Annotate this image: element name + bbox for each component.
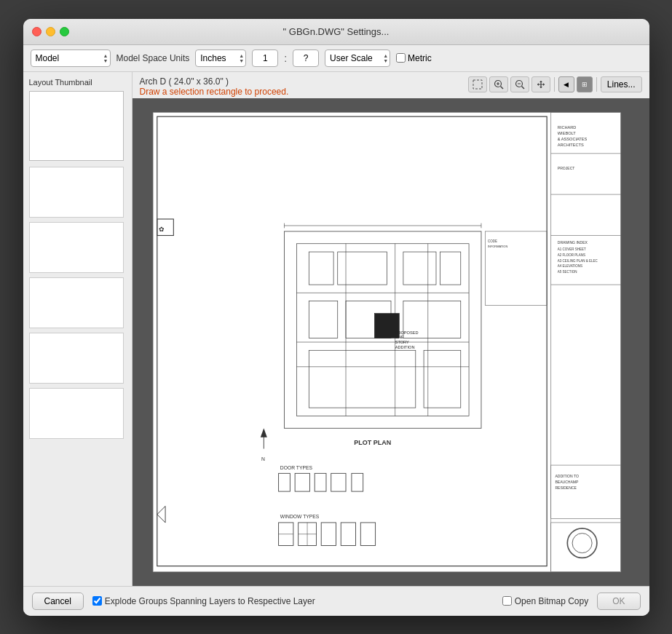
metric-checkbox-input[interactable]: [396, 53, 406, 63]
window-title: " GBGn.DWG" Settings...: [283, 26, 390, 37]
zoom-out-button[interactable]: [510, 76, 529, 92]
ok-button[interactable]: OK: [597, 593, 640, 610]
thumbnail-label: Layout Thumbnail: [26, 75, 129, 91]
scale-left-input[interactable]: 1: [252, 49, 278, 67]
layout-list-item-2[interactable]: [29, 222, 124, 273]
scale-separator: :: [284, 52, 287, 64]
explode-checkbox-label[interactable]: Explode Groups Spanning Layers to Respec…: [92, 596, 315, 606]
nav-icon-button[interactable]: ◀: [558, 76, 574, 92]
cancel-button[interactable]: Cancel: [32, 593, 84, 610]
svg-line-6: [521, 86, 524, 89]
svg-text:ONE: ONE: [395, 335, 403, 339]
left-panel: Layout Thumbnail: [23, 72, 133, 586]
svg-text:A5 SECTION: A5 SECTION: [557, 270, 577, 274]
footer-bar: Cancel Explode Groups Spanning Layers to…: [23, 586, 649, 616]
selection-tool-button[interactable]: [468, 76, 487, 92]
model-select[interactable]: Model: [31, 49, 111, 67]
svg-text:A3 CEILING PLAN & ELEC: A3 CEILING PLAN & ELEC: [557, 258, 598, 262]
svg-rect-49: [550, 522, 620, 571]
bitmap-checkbox[interactable]: [502, 596, 512, 606]
pan-icon: [536, 79, 546, 90]
svg-text:BEAUCHAMP: BEAUCHAMP: [555, 479, 579, 483]
toolbar-divider-2: [596, 77, 597, 92]
svg-text:RICHARD: RICHARD: [557, 124, 576, 129]
svg-text:PROPOSED: PROPOSED: [395, 330, 418, 334]
svg-text:WIEBOLT: WIEBOLT: [557, 130, 575, 135]
pan-button[interactable]: [531, 76, 550, 92]
minimize-button[interactable]: [46, 27, 55, 36]
svg-text:CODE: CODE: [487, 239, 497, 242]
svg-text:A1 COVER SHEET: A1 COVER SHEET: [557, 247, 585, 250]
svg-text:N: N: [261, 456, 264, 461]
svg-text:INFORMATION: INFORMATION: [487, 245, 507, 248]
scale-right-input[interactable]: ?: [293, 49, 319, 67]
drawing-header: Arch D ( 24.0" x 36.0" ) Draw a selectio…: [133, 72, 649, 98]
drawing-canvas[interactable]: RICHARD WIEBOLT & ASSOCIATES ARCHITECTS …: [133, 98, 649, 586]
layout-thumbnail: [29, 91, 124, 161]
svg-text:& ASSOCIATES: & ASSOCIATES: [557, 136, 587, 140]
svg-text:DRAWING INDEX: DRAWING INDEX: [557, 239, 588, 244]
units-select-wrapper: Inches ▲ ▼: [195, 49, 246, 67]
model-select-wrapper: Model ▲ ▼: [31, 49, 111, 67]
zoom-in-icon: [494, 79, 504, 90]
right-panel: Arch D ( 24.0" x 36.0" ) Draw a selectio…: [133, 72, 649, 586]
svg-text:ADDITION: ADDITION: [395, 345, 414, 349]
svg-text:DOOR TYPES: DOOR TYPES: [280, 464, 312, 469]
svg-text:✿: ✿: [159, 225, 165, 232]
main-toolbar: Model ▲ ▼ Model Space Units Inches ▲ ▼ 1…: [23, 45, 649, 72]
svg-text:ADDITION TO: ADDITION TO: [555, 473, 579, 478]
lines-button[interactable]: Lines...: [601, 76, 642, 92]
cad-svg: RICHARD WIEBOLT & ASSOCIATES ARCHITECTS …: [133, 98, 649, 586]
svg-line-2: [500, 86, 503, 89]
window-controls: [32, 27, 69, 36]
svg-text:PLOT PLAN: PLOT PLAN: [354, 438, 391, 445]
svg-text:A2 FLOOR PLANS: A2 FLOOR PLANS: [557, 253, 585, 256]
main-window: " GBGn.DWG" Settings... Model ▲ ▼ Model …: [23, 19, 649, 616]
svg-text:RESIDENCE: RESIDENCE: [555, 485, 577, 489]
zoom-out-icon: [515, 79, 525, 90]
bitmap-checkbox-label[interactable]: Open Bitmap Copy: [502, 596, 588, 606]
layout-preview-button[interactable]: ⊞: [577, 76, 593, 92]
close-button[interactable]: [32, 27, 41, 36]
drawing-instruction: Draw a selection rectangle to proceed.: [140, 87, 289, 97]
content-area: Layout Thumbnail Arch D ( 24.0" x 36.0" …: [23, 72, 649, 586]
svg-text:WINDOW TYPES: WINDOW TYPES: [280, 514, 319, 519]
svg-text:A4 ELEVATIONS: A4 ELEVATIONS: [557, 264, 582, 268]
toolbar-divider: [554, 77, 555, 92]
selection-icon: [473, 79, 483, 90]
units-label: Model Space Units: [116, 53, 190, 63]
metric-label-text: Metric: [408, 53, 432, 63]
layout-list-item-3[interactable]: [29, 277, 124, 328]
explode-label-text: Explode Groups Spanning Layers to Respec…: [105, 596, 315, 606]
user-scale-wrapper: User Scale ▲ ▼: [325, 49, 390, 67]
layout-list-item-4[interactable]: [29, 333, 124, 384]
layout-list-item-1[interactable]: [29, 167, 124, 218]
layout-list-item-5[interactable]: [29, 388, 124, 439]
units-select[interactable]: Inches: [195, 49, 246, 67]
svg-text:STORY: STORY: [395, 340, 408, 344]
maximize-button[interactable]: [60, 27, 69, 36]
metric-checkbox-label[interactable]: Metric: [396, 53, 432, 63]
svg-text:ARCHITECTS: ARCHITECTS: [557, 142, 583, 146]
svg-text:PROJECT: PROJECT: [557, 166, 574, 170]
drawing-size: Arch D ( 24.0" x 36.0" ): [140, 76, 289, 87]
explode-checkbox[interactable]: [92, 596, 102, 606]
title-bar: " GBGn.DWG" Settings...: [23, 19, 649, 45]
bitmap-label-text: Open Bitmap Copy: [515, 596, 588, 606]
user-scale-select[interactable]: User Scale: [325, 49, 390, 67]
svg-rect-0: [473, 80, 482, 89]
zoom-in-button[interactable]: [489, 76, 508, 92]
